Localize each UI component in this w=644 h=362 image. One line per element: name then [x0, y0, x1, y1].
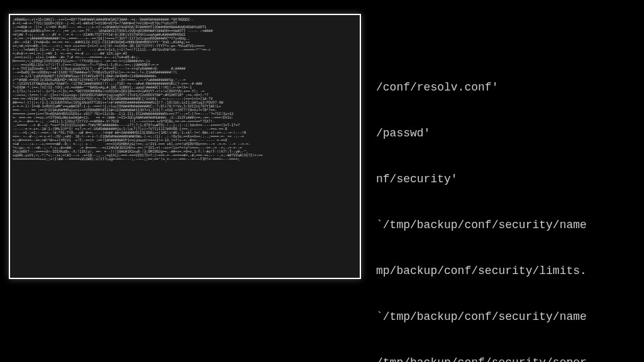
cp-output-line: `/tmp/backup/conf/security/name [5, 309, 639, 324]
ascii-art-overlay: :#0##Gs<:+(=3I+I#N]l--++=l==OX*?Y##H###l… [9, 14, 361, 279]
cp-output-line: /tmp/backup/conf/security/seper [5, 355, 639, 362]
